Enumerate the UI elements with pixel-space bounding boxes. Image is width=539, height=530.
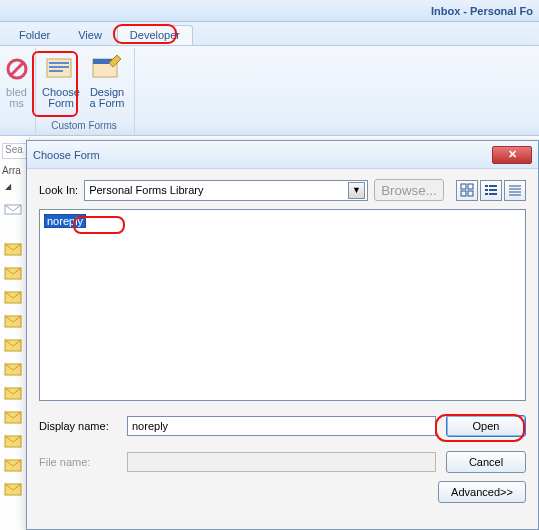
mail-icon[interactable] (4, 267, 22, 280)
mail-icon[interactable] (4, 243, 22, 256)
svg-rect-5 (49, 70, 63, 72)
view-list-button[interactable] (480, 180, 502, 201)
display-name-row: Display name: noreply Open (39, 415, 526, 437)
mail-icon[interactable] (4, 315, 22, 328)
file-name-field (127, 452, 436, 472)
ribbon: bledms ChooseForm Designa Form Custom Fo… (0, 46, 539, 136)
tab-view[interactable]: View (65, 25, 115, 45)
ribbon-button-label: bledms (6, 87, 27, 109)
ribbon-group-label (15, 119, 18, 131)
svg-rect-27 (489, 189, 497, 191)
mail-open-icon[interactable] (4, 202, 22, 215)
choose-form-button[interactable]: ChooseForm (40, 50, 82, 119)
file-name-label: File name: (39, 456, 117, 468)
ribbon-button-label: Designa Form (90, 87, 125, 109)
mail-icon[interactable] (4, 387, 22, 400)
mail-icon[interactable] (4, 459, 22, 472)
choose-form-dialog: Choose Form ✕ Look In: Personal Forms Li… (26, 140, 539, 530)
close-button[interactable]: ✕ (492, 146, 532, 164)
collapse-icon[interactable]: ◢ (5, 182, 24, 191)
arrange-label: Arra (2, 165, 27, 176)
svg-rect-22 (461, 191, 466, 196)
chevron-down-icon: ▼ (348, 182, 365, 199)
search-input[interactable]: Sea (2, 143, 27, 159)
ribbon-group-partial: bledms (0, 48, 36, 133)
svg-rect-23 (468, 191, 473, 196)
view-large-icons-button[interactable] (456, 180, 478, 201)
ribbon-button-disabled: bledms (2, 50, 32, 119)
svg-line-1 (11, 63, 23, 75)
design-form-button[interactable]: Designa Form (86, 50, 128, 119)
svg-rect-25 (489, 185, 497, 187)
list-item[interactable]: noreply (44, 214, 86, 228)
dialog-titlebar: Choose Form ✕ (27, 141, 538, 169)
design-icon (91, 53, 123, 85)
dialog-body: Look In: Personal Forms Library ▼ Browse… (27, 169, 538, 511)
form-list[interactable]: noreply (39, 209, 526, 401)
mail-icon[interactable] (4, 363, 22, 376)
svg-rect-4 (49, 66, 69, 68)
tab-folder[interactable]: Folder (6, 25, 63, 45)
ribbon-group-custom-forms: ChooseForm Designa Form Custom Forms (36, 48, 135, 133)
tab-developer[interactable]: Developer (117, 25, 193, 45)
open-button[interactable]: Open (446, 415, 526, 437)
mail-icon[interactable] (4, 291, 22, 304)
view-details-button[interactable] (504, 180, 526, 201)
lookin-label: Look In: (39, 184, 78, 196)
svg-rect-20 (461, 184, 466, 189)
file-name-row: File name: Cancel (39, 451, 526, 473)
blocked-icon (1, 53, 33, 85)
lookin-value: Personal Forms Library (89, 184, 203, 196)
display-name-label: Display name: (39, 420, 117, 432)
browse-button: Browse... (374, 179, 444, 201)
window-title: Inbox - Personal Fo (431, 5, 533, 17)
form-icon (45, 53, 77, 85)
lookin-row: Look In: Personal Forms Library ▼ Browse… (39, 179, 526, 201)
lookin-select[interactable]: Personal Forms Library ▼ (84, 180, 368, 201)
dialog-title: Choose Form (33, 149, 100, 161)
svg-rect-21 (468, 184, 473, 189)
mail-icon[interactable] (4, 435, 22, 448)
close-icon: ✕ (508, 148, 517, 161)
display-name-field[interactable]: noreply (127, 416, 436, 436)
svg-rect-28 (485, 193, 488, 195)
svg-rect-3 (49, 62, 69, 64)
mail-icon[interactable] (4, 483, 22, 496)
svg-rect-24 (485, 185, 488, 187)
svg-rect-26 (485, 189, 488, 191)
ribbon-button-label: ChooseForm (42, 87, 80, 109)
window-titlebar: Inbox - Personal Fo (0, 0, 539, 22)
mail-icon[interactable] (4, 411, 22, 424)
cancel-button[interactable]: Cancel (446, 451, 526, 473)
ribbon-group-label: Custom Forms (51, 119, 117, 131)
ribbon-tabs: Folder View Developer (0, 22, 539, 46)
display-name-value: noreply (132, 420, 168, 432)
mail-icon[interactable] (4, 339, 22, 352)
view-buttons (456, 180, 526, 201)
svg-rect-29 (489, 193, 497, 195)
advanced-button[interactable]: Advanced>> (438, 481, 526, 503)
